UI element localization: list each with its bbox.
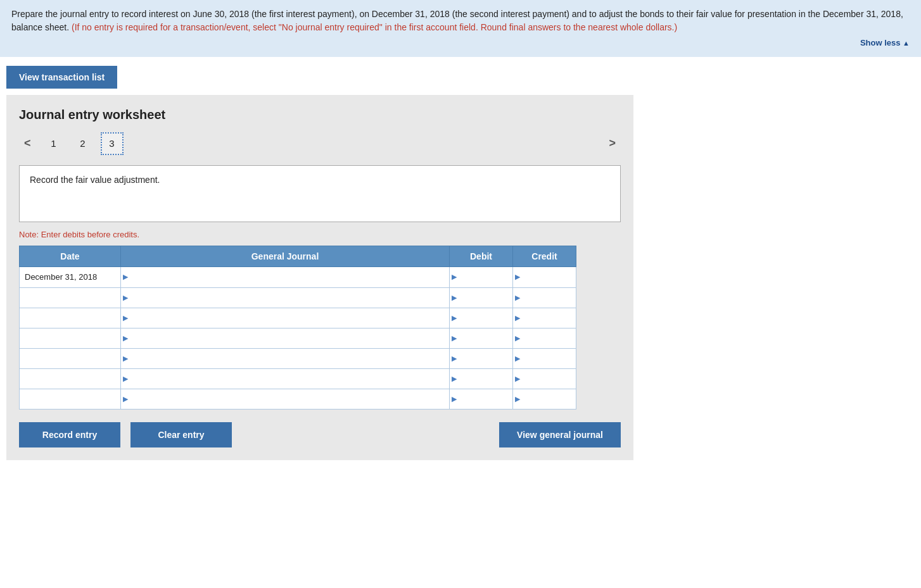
debit-input-5[interactable] <box>459 374 512 384</box>
table-row: ▶▶▶ <box>20 308 576 328</box>
description-text: Record the fair value adjustment. <box>30 175 160 185</box>
action-buttons: Record entry Clear entry View general jo… <box>19 422 621 447</box>
tab-navigation: < 1 2 3 > <box>19 132 621 155</box>
journal-input-1[interactable] <box>130 293 449 303</box>
show-less-label: Show less <box>860 38 901 47</box>
credit-cell-2[interactable]: ▶ <box>513 308 576 328</box>
credit-arrow-icon-0: ▶ <box>513 273 522 281</box>
debit-cell-2[interactable]: ▶ <box>450 308 513 328</box>
credit-input-6[interactable] <box>522 394 576 404</box>
description-box: Record the fair value adjustment. <box>19 165 621 222</box>
credit-cell-0[interactable]: ▶ <box>513 266 576 287</box>
journal-cell-0[interactable]: ▶ <box>121 266 450 287</box>
credit-arrow-icon-1: ▶ <box>513 294 522 302</box>
journal-arrow-icon-4: ▶ <box>121 354 130 363</box>
credit-cell-1[interactable]: ▶ <box>513 287 576 308</box>
credit-cell-4[interactable]: ▶ <box>513 348 576 368</box>
credit-arrow-icon-4: ▶ <box>513 354 522 363</box>
debit-arrow-icon-0: ▶ <box>450 273 459 281</box>
show-less-link[interactable]: Show less ▲ <box>11 37 910 49</box>
view-general-journal-button[interactable]: View general journal <box>499 422 621 447</box>
credit-input-5[interactable] <box>522 374 576 384</box>
debit-input-2[interactable] <box>459 313 512 323</box>
view-transaction-list-button[interactable]: View transaction list <box>6 66 117 89</box>
journal-arrow-icon-5: ▶ <box>121 375 130 383</box>
date-cell-2 <box>20 308 121 328</box>
journal-input-3[interactable] <box>130 334 449 343</box>
debit-cell-0[interactable]: ▶ <box>450 266 513 287</box>
journal-input-6[interactable] <box>130 394 449 404</box>
debit-arrow-icon-4: ▶ <box>450 354 459 363</box>
journal-arrow-icon-6: ▶ <box>121 395 130 403</box>
journal-input-5[interactable] <box>130 374 449 384</box>
journal-cell-4[interactable]: ▶ <box>121 348 450 368</box>
record-entry-button[interactable]: Record entry <box>19 422 120 447</box>
credit-cell-6[interactable]: ▶ <box>513 389 576 409</box>
debit-cell-5[interactable]: ▶ <box>450 368 513 389</box>
debit-input-0[interactable] <box>459 272 512 282</box>
journal-arrow-icon-1: ▶ <box>121 294 130 302</box>
date-cell-6 <box>20 389 121 409</box>
col-header-debit: Debit <box>450 246 513 266</box>
date-cell-4 <box>20 348 121 368</box>
col-header-journal: General Journal <box>121 246 450 266</box>
journal-input-0[interactable] <box>130 272 449 282</box>
debit-cell-3[interactable]: ▶ <box>450 328 513 348</box>
journal-arrow-icon-2: ▶ <box>121 314 130 322</box>
table-row: ▶▶▶ <box>20 287 576 308</box>
debit-arrow-icon-1: ▶ <box>450 294 459 302</box>
debit-arrow-icon-6: ▶ <box>450 395 459 403</box>
credit-arrow-icon-3: ▶ <box>513 334 522 342</box>
debit-cell-1[interactable]: ▶ <box>450 287 513 308</box>
credit-input-4[interactable] <box>522 354 576 363</box>
credit-input-3[interactable] <box>522 334 576 343</box>
instruction-banner: Prepare the journal entry to record inte… <box>0 0 921 57</box>
date-cell-3 <box>20 328 121 348</box>
debit-arrow-icon-2: ▶ <box>450 314 459 322</box>
table-row: December 31, 2018▶▶▶ <box>20 266 576 287</box>
tab-2[interactable]: 2 <box>72 132 94 155</box>
journal-cell-3[interactable]: ▶ <box>121 328 450 348</box>
credit-cell-5[interactable]: ▶ <box>513 368 576 389</box>
prev-tab-button[interactable]: < <box>19 134 36 153</box>
date-cell-5 <box>20 368 121 389</box>
debit-input-1[interactable] <box>459 293 512 303</box>
tab-1[interactable]: 1 <box>42 132 65 155</box>
journal-cell-5[interactable]: ▶ <box>121 368 450 389</box>
debit-input-6[interactable] <box>459 394 512 404</box>
show-less-icon: ▲ <box>903 39 910 47</box>
journal-input-2[interactable] <box>130 313 449 323</box>
instruction-red-text: (If no entry is required for a transacti… <box>72 22 677 32</box>
note-text: Note: Enter debits before credits. <box>19 230 621 239</box>
tab-3[interactable]: 3 <box>101 132 124 155</box>
credit-input-2[interactable] <box>522 313 576 323</box>
credit-arrow-icon-2: ▶ <box>513 314 522 322</box>
debit-arrow-icon-5: ▶ <box>450 375 459 383</box>
col-header-credit: Credit <box>513 246 576 266</box>
col-header-date: Date <box>20 246 121 266</box>
table-row: ▶▶▶ <box>20 368 576 389</box>
next-tab-button[interactable]: > <box>604 134 621 153</box>
credit-input-0[interactable] <box>522 272 576 282</box>
credit-cell-3[interactable]: ▶ <box>513 328 576 348</box>
date-cell-1 <box>20 287 121 308</box>
table-row: ▶▶▶ <box>20 389 576 409</box>
debit-cell-4[interactable]: ▶ <box>450 348 513 368</box>
table-row: ▶▶▶ <box>20 348 576 368</box>
journal-cell-1[interactable]: ▶ <box>121 287 450 308</box>
journal-input-4[interactable] <box>130 354 449 363</box>
worksheet-container: Journal entry worksheet < 1 2 3 > Record… <box>6 95 633 460</box>
clear-entry-button[interactable]: Clear entry <box>130 422 232 447</box>
journal-arrow-icon-0: ▶ <box>121 273 130 281</box>
credit-arrow-icon-5: ▶ <box>513 375 522 383</box>
credit-input-1[interactable] <box>522 293 576 303</box>
journal-cell-2[interactable]: ▶ <box>121 308 450 328</box>
credit-arrow-icon-6: ▶ <box>513 395 522 403</box>
journal-table: Date General Journal Debit Credit Decemb… <box>19 246 576 410</box>
debit-input-3[interactable] <box>459 334 512 343</box>
debit-cell-6[interactable]: ▶ <box>450 389 513 409</box>
journal-cell-6[interactable]: ▶ <box>121 389 450 409</box>
debit-input-4[interactable] <box>459 354 512 363</box>
journal-arrow-icon-3: ▶ <box>121 334 130 342</box>
worksheet-title: Journal entry worksheet <box>19 108 621 122</box>
